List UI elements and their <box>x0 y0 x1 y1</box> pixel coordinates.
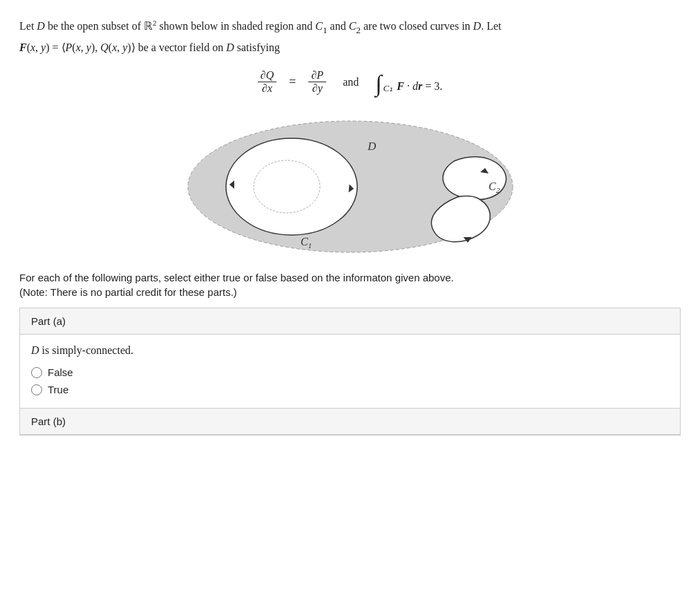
part-a-false-label: False <box>48 366 73 378</box>
diagram-svg: D C1 C2 <box>171 107 530 259</box>
partial-Q-x: ∂Q ∂x <box>258 69 276 95</box>
partial-P-y: ∂P ∂y <box>308 69 326 95</box>
part-a-true-radio[interactable] <box>31 384 42 395</box>
equals-sign: = <box>289 75 296 89</box>
part-a-false-radio[interactable] <box>31 367 42 378</box>
part-a-false-option[interactable]: False <box>31 366 669 378</box>
problem-intro: Let D be the open subset of ℝ2 shown bel… <box>19 17 681 57</box>
integral-expression: ∫ C₁ F · dr = 3. <box>375 72 442 93</box>
part-a-true-label: True <box>48 384 68 395</box>
part-a-section: Part (a) D is simply-connected. False Tr… <box>19 308 681 409</box>
integral-subscript: C₁ <box>384 83 393 94</box>
part-a-header: Part (a) <box>20 308 680 335</box>
svg-point-5 <box>254 160 320 213</box>
and-text: and <box>343 76 359 88</box>
label-D: D <box>367 140 377 153</box>
integral-sign: ∫ <box>375 72 381 95</box>
part-a-true-option[interactable]: True <box>31 384 669 395</box>
instruction2: (Note: There is no partial credit for th… <box>19 286 681 298</box>
part-a-body: D is simply-connected. False True <box>20 335 680 408</box>
instruction1: For each of the following parts, select … <box>19 272 681 283</box>
equation-line: ∂Q ∂x = ∂P ∂y and ∫ C₁ F · dr = 3. <box>19 69 681 95</box>
part-b-header: Part (b) <box>20 409 680 435</box>
integral-integrand: F · dr = 3. <box>397 80 442 93</box>
part-a-statement: D is simply-connected. <box>31 344 669 357</box>
part-b-section: Part (b) <box>19 409 681 436</box>
diagram-container: D C1 C2 <box>19 107 681 259</box>
